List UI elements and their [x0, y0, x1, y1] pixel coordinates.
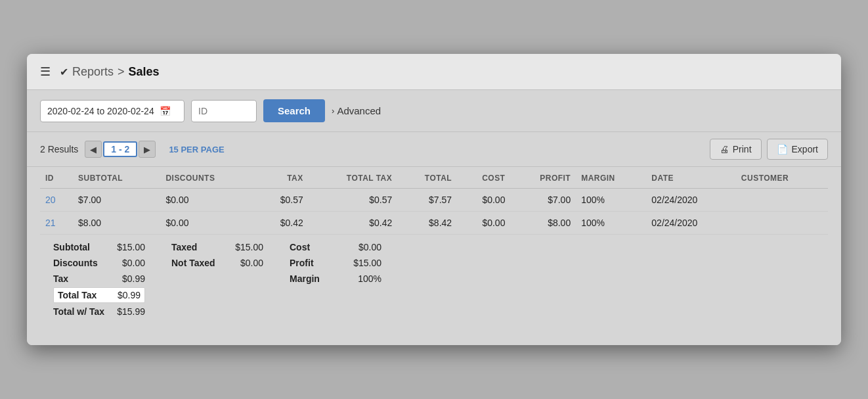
row-date: 02/24/2020 [646, 189, 736, 212]
tax-label: Tax [53, 273, 68, 284]
discounts-label: Discounts [53, 258, 98, 268]
summary-total-tax: Total Tax $0.99 [53, 287, 145, 303]
discounts-value: $0.00 [122, 258, 145, 268]
toolbar-left: 2 Results ◀ 1 - 2 ▶ 15 PER PAGE [40, 141, 225, 158]
col-total-tax: TOTAL TAX [309, 167, 398, 189]
results-toolbar: 2 Results ◀ 1 - 2 ▶ 15 PER PAGE 🖨 Print … [27, 132, 841, 167]
menu-icon[interactable]: ☰ [40, 64, 51, 79]
row-tax: $0.42 [255, 212, 309, 235]
date-range-input[interactable]: 2020-02-24 to 2020-02-24 📅 [40, 100, 184, 122]
export-button[interactable]: 📄 Export [767, 139, 828, 160]
row-total-tax: $0.42 [309, 212, 398, 235]
pagination: ◀ 1 - 2 ▶ [85, 141, 156, 158]
col-date: DATE [646, 167, 736, 189]
not-taxed-label: Not Taxed [171, 258, 215, 268]
summary-tax: Tax $0.99 [53, 271, 145, 286]
calendar-icon: 📅 [160, 106, 171, 116]
search-button[interactable]: Search [263, 99, 325, 122]
taxed-label: Taxed [171, 242, 197, 252]
row-margin: 100% [576, 212, 646, 235]
summary-subtotal: Subtotal $15.00 [53, 240, 145, 254]
col-tax: TAX [255, 167, 309, 189]
print-button[interactable]: 🖨 Print [710, 139, 762, 160]
per-page-selector[interactable]: 15 PER PAGE [169, 145, 224, 154]
breadcrumb-separator: > [118, 65, 125, 79]
summary-col-2: Taxed $15.00 Not Taxed $0.00 [171, 240, 263, 319]
table-row: 21 $8.00 $0.00 $0.42 $0.42 $8.42 $0.00 $… [40, 212, 828, 235]
row-total: $7.57 [397, 189, 457, 212]
chevron-icon: › [332, 106, 334, 116]
prev-page-button[interactable]: ◀ [85, 141, 102, 158]
subtotal-value: $15.00 [117, 242, 145, 252]
table-row: 20 $7.00 $0.00 $0.57 $0.57 $7.57 $0.00 $… [40, 189, 828, 212]
subtotal-label: Subtotal [53, 242, 90, 252]
total-tax-label: Total Tax [58, 290, 97, 300]
summary-cost: Cost $0.00 [290, 240, 381, 254]
export-label: Export [792, 144, 818, 154]
summary-col-1: Subtotal $15.00 Discounts $0.00 Tax $0.9… [53, 240, 145, 319]
table-body: 20 $7.00 $0.00 $0.57 $0.57 $7.57 $0.00 $… [40, 189, 828, 235]
summary-col-3: Cost $0.00 Profit $15.00 Margin 100% [290, 240, 381, 319]
total-w-tax-label: Total w/ Tax [53, 306, 104, 317]
row-total-tax: $0.57 [309, 189, 398, 212]
row-total: $8.42 [397, 212, 457, 235]
row-discounts: $0.00 [160, 212, 255, 235]
margin-value: 100% [358, 273, 381, 284]
sales-table: ID SUBTOTAL DISCOUNTS TAX TOTAL TAX TOTA… [40, 167, 828, 235]
row-subtotal: $8.00 [73, 212, 160, 235]
row-id[interactable]: 21 [40, 212, 73, 235]
print-label: Print [733, 144, 752, 154]
summary-profit: Profit $15.00 [290, 256, 381, 270]
taxed-value: $15.00 [235, 242, 263, 252]
margin-label: Margin [290, 273, 320, 284]
summary-grid: Subtotal $15.00 Discounts $0.00 Tax $0.9… [53, 240, 815, 319]
cost-value: $0.00 [358, 242, 381, 252]
table-header: ID SUBTOTAL DISCOUNTS TAX TOTAL TAX TOTA… [40, 167, 828, 189]
total-tax-value: $0.99 [118, 290, 141, 300]
breadcrumb-reports[interactable]: Reports [72, 65, 114, 79]
total-w-tax-value: $15.99 [117, 306, 145, 317]
profit-label: Profit [290, 258, 314, 268]
row-cost: $0.00 [457, 189, 510, 212]
summary-not-taxed: Not Taxed $0.00 [171, 256, 263, 270]
breadcrumb: ✔ Reports > Sales [60, 65, 160, 79]
col-customer: CUSTOMER [736, 167, 828, 189]
summary-section: Subtotal $15.00 Discounts $0.00 Tax $0.9… [40, 235, 828, 332]
row-date: 02/24/2020 [646, 212, 736, 235]
print-icon: 🖨 [720, 144, 729, 154]
table-container: ID SUBTOTAL DISCOUNTS TAX TOTAL TAX TOTA… [27, 167, 841, 345]
date-range-text: 2020-02-24 to 2020-02-24 [47, 106, 154, 116]
page-current: 1 - 2 [103, 141, 137, 157]
row-id[interactable]: 20 [40, 189, 73, 212]
next-page-button[interactable]: ▶ [139, 141, 156, 158]
col-id: ID [40, 167, 73, 189]
summary-discounts: Discounts $0.00 [53, 256, 145, 270]
main-window: ☰ ✔ Reports > Sales 2020-02-24 to 2020-0… [27, 54, 841, 345]
row-profit: $8.00 [510, 212, 576, 235]
row-profit: $7.00 [510, 189, 576, 212]
advanced-toggle[interactable]: › Advanced [332, 105, 381, 116]
not-taxed-value: $0.00 [240, 258, 263, 268]
export-icon: 📄 [777, 144, 788, 154]
row-cost: $0.00 [457, 212, 510, 235]
row-margin: 100% [576, 189, 646, 212]
col-cost: COST [457, 167, 510, 189]
tax-value: $0.99 [122, 273, 145, 284]
toolbar-right: 🖨 Print 📄 Export [710, 139, 828, 160]
brand-check-icon: ✔ [60, 66, 68, 78]
search-bar: 2020-02-24 to 2020-02-24 📅 Search › Adva… [27, 90, 841, 132]
advanced-label: Advanced [337, 105, 381, 116]
id-input[interactable] [191, 100, 257, 122]
row-discounts: $0.00 [160, 189, 255, 212]
col-subtotal: SUBTOTAL [73, 167, 160, 189]
row-customer [736, 212, 828, 235]
row-subtotal: $7.00 [73, 189, 160, 212]
summary-total-w-tax: Total w/ Tax $15.99 [53, 304, 145, 319]
col-profit: PROFIT [510, 167, 576, 189]
header: ☰ ✔ Reports > Sales [27, 54, 841, 90]
page-title: Sales [129, 65, 160, 79]
results-count: 2 Results [40, 144, 78, 154]
col-margin: MARGIN [576, 167, 646, 189]
cost-label: Cost [290, 242, 310, 252]
profit-value: $15.00 [353, 258, 381, 268]
